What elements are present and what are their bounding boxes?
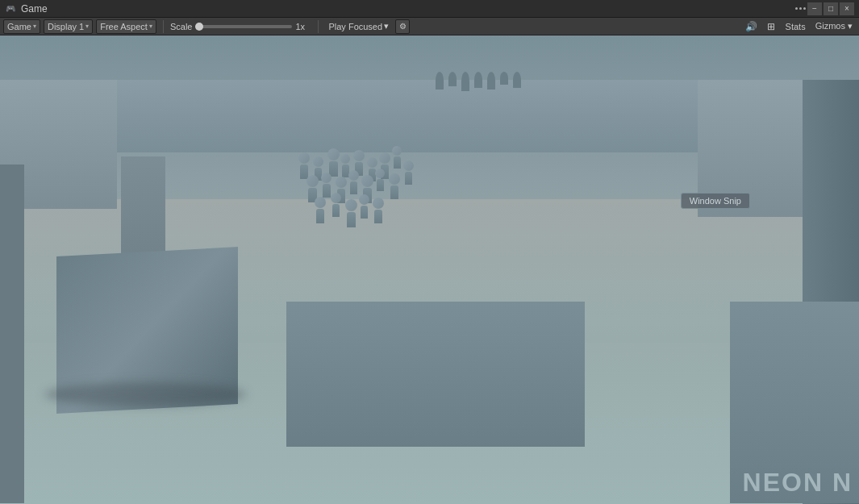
scale-slider-thumb	[195, 23, 203, 31]
gizmos-button[interactable]: Gizmos ▾	[812, 20, 856, 32]
grid-icon[interactable]: ⊞	[763, 19, 779, 34]
window-controls: − □ ×	[795, 2, 854, 15]
play-focused-toggle[interactable]: Play Focused ▾	[325, 20, 392, 32]
separator-1	[163, 20, 164, 33]
aspect-dropdown-arrow: ▾	[149, 23, 152, 30]
minimize-button[interactable]: −	[807, 2, 822, 15]
scene: Window Snip NEON N	[0, 35, 859, 504]
maximize-button[interactable]: □	[824, 2, 838, 15]
scale-value: 1x	[295, 22, 311, 31]
figure	[375, 169, 385, 191]
right-toolbar: 🔊 ⊞ Stats Gizmos ▾	[744, 19, 856, 34]
figure	[315, 197, 326, 223]
game-dropdown-arrow: ▾	[33, 23, 36, 30]
display-dropdown[interactable]: Display 1 ▾	[44, 19, 93, 34]
figure	[348, 170, 359, 194]
ramp-shadow	[44, 382, 246, 406]
title-label: Game	[21, 3, 48, 15]
figure	[403, 160, 414, 185]
close-button[interactable]: ×	[840, 2, 854, 15]
game-icon: 🎮	[5, 3, 16, 15]
platform-center	[286, 302, 585, 447]
scale-label: Scale	[170, 22, 193, 31]
title-bar: 🎮 Game − □ ×	[0, 0, 859, 18]
figure	[359, 194, 369, 219]
settings-icon[interactable]: ⚙	[395, 19, 410, 34]
aspect-dropdown[interactable]: Free Aspect ▾	[96, 19, 156, 34]
figure	[389, 173, 400, 199]
figure	[373, 198, 384, 223]
display-dropdown-arrow: ▾	[85, 23, 89, 30]
wall-far-left	[0, 165, 24, 503]
figure	[331, 193, 341, 217]
toolbar: Game ▾ Display 1 ▾ Free Aspect ▾ Scale 1…	[0, 18, 859, 35]
figures-container	[298, 152, 524, 273]
audio-icon[interactable]: 🔊	[744, 19, 760, 34]
pillars-top	[436, 72, 521, 91]
watermark: NEON N	[743, 468, 853, 498]
game-viewport[interactable]: Window Snip NEON N	[0, 35, 859, 504]
scale-slider[interactable]	[195, 25, 292, 28]
figure	[392, 146, 402, 169]
more-options[interactable]	[795, 7, 806, 10]
separator-2	[318, 20, 319, 33]
play-focused-arrow: ▾	[384, 21, 389, 31]
window-snip-tooltip: Window Snip	[681, 193, 750, 209]
figure	[345, 199, 357, 227]
stats-button[interactable]: Stats	[782, 21, 809, 32]
wall-top-center	[105, 80, 750, 152]
game-dropdown[interactable]: Game ▾	[3, 19, 40, 34]
